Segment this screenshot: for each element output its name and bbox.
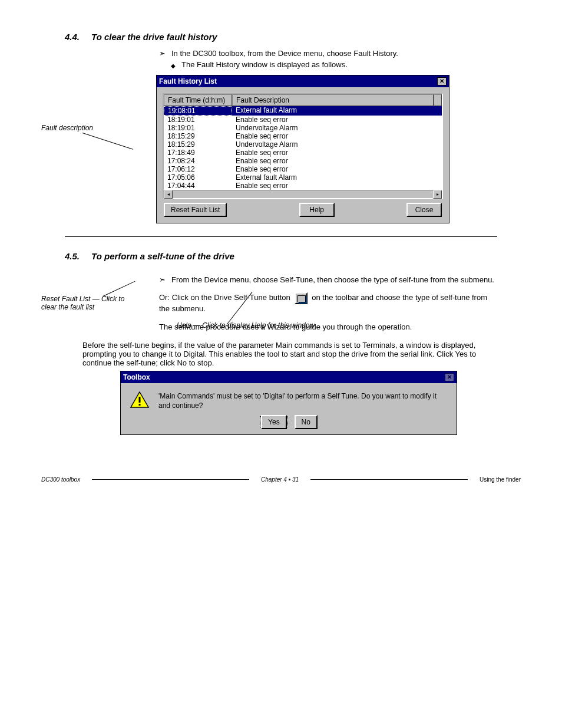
cell-desc: Undervoltage Alarm [232,140,442,149]
toolbox-message: 'Main Commands' must be set to 'Digital'… [158,391,447,410]
fault-listview[interactable]: Fault Time (d:h:m) Fault Description 19:… [163,93,443,199]
cell-desc: External fault Alarm [232,106,442,116]
toolbox-dialog-title: Toolbox [123,373,150,381]
cell-desc: Undervoltage Alarm [232,124,442,132]
cell-time: 17:08:24 [164,157,232,165]
cell-desc: External fault Alarm [232,173,442,182]
section-divider [65,236,497,237]
cell-time: 19:08:01 [164,106,232,116]
table-row[interactable]: 17:06:12Enable seq error [164,165,442,173]
cell-time: 17:06:12 [164,165,232,173]
footer-line-1 [92,479,249,480]
warning-icon [130,391,149,408]
table-row[interactable]: 17:08:24Enable seq error [164,157,442,165]
step-arrow-icon: ➣ [159,49,166,58]
cell-time: 18:19:01 [164,124,232,132]
annot-fault-desc: Fault description [41,124,93,132]
fault-dialog-title: Fault History List [159,77,217,85]
section2-step1: From the Device menu, choose Self-Tune, … [171,275,494,284]
no-button[interactable]: No [295,415,318,429]
table-row[interactable]: 18:15:29Enable seq error [164,132,442,140]
close-icon-disabled: ✕ [445,373,454,381]
cell-desc: Enable seq error [232,182,442,190]
cell-time: 17:05:06 [164,173,232,182]
self-tune-toolbar-icon[interactable] [295,292,308,304]
cell-desc: Enable seq error [232,165,442,173]
svg-rect-2 [139,404,141,406]
close-icon[interactable]: ✕ [437,77,447,85]
section1-heading: To clear the drive fault history [91,32,217,42]
cell-desc: Enable seq error [232,157,442,165]
footer-mid: Chapter 4 • 31 [261,476,299,483]
footer-right: Using the finder [480,476,521,483]
section1-step1b: The Fault History window is displayed as… [181,60,348,69]
section2-or: Or: Click on the Drive Self-Tune button [159,293,290,302]
horizontal-scrollbar[interactable]: ◂ ▸ [164,190,442,198]
section2-heading: To perform a self-tune of the drive [91,251,234,261]
annot-line-1 [82,133,133,150]
section1-num: 4.4. [65,32,80,42]
footer-left: DC300 toolbox [41,476,80,483]
fault-history-dialog: Fault History List ✕ Fault Time (d:h:m) … [156,75,449,223]
cell-time: 17:18:49 [164,149,232,157]
section2-num: 4.5. [65,251,80,261]
cell-time: 18:19:01 [164,116,232,124]
table-row[interactable]: 17:18:49Enable seq error [164,149,442,157]
close-button[interactable]: Close [406,203,442,217]
reset-fault-list-button[interactable]: Reset Fault List [164,203,227,217]
scroll-left-icon[interactable]: ◂ [164,190,173,199]
table-row[interactable]: 17:05:06External fault Alarm [164,173,442,182]
step-arrow-icon-2: ➣ [159,275,166,284]
annot-help: Help — Click to display Help for this wi… [177,321,324,330]
help-button[interactable]: Help [299,203,335,217]
scroll-right-icon[interactable]: ▸ [433,190,442,199]
table-row[interactable]: 18:15:29Undervoltage Alarm [164,140,442,149]
cell-desc: Enable seq error [232,132,442,140]
table-row[interactable]: 18:19:01Undervoltage Alarm [164,124,442,132]
footer-line-2 [310,479,468,480]
col-header-time[interactable]: Fault Time (d:h:m) [164,94,232,106]
col-header-desc[interactable]: Fault Description [232,94,434,106]
cell-time: 18:15:29 [164,140,232,149]
table-row[interactable]: 19:08:01External fault Alarm [164,106,442,116]
svg-rect-1 [139,397,141,403]
annot-reset: Reset Fault List — Click to clear the fa… [41,295,141,311]
table-row[interactable]: 17:04:44Enable seq error [164,182,442,190]
section2-para3: Before the self-tune begins, if the valu… [82,341,480,367]
table-row[interactable]: 18:19:01Enable seq error [164,116,442,124]
yes-button[interactable]: Yes [261,415,287,429]
diamond-icon [171,60,176,69]
cell-time: 18:15:29 [164,132,232,140]
cell-time: 17:04:44 [164,182,232,190]
section1-step1: In the DC300 toolbox, from the Device me… [171,49,398,58]
annot-line-2 [103,281,135,297]
toolbox-dialog: Toolbox ✕ 'Main Commands' must be set to… [120,371,457,435]
cell-desc: Enable seq error [232,116,442,124]
col-header-pad [434,94,442,106]
cell-desc: Enable seq error [232,149,442,157]
